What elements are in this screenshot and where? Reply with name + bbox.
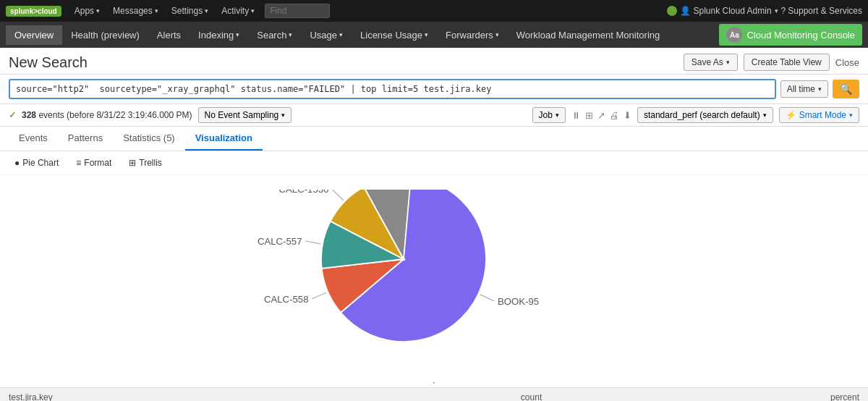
find-container [265,4,330,18]
result-tabs: Events Patterns Statistics (5) Visualiza… [0,127,868,151]
license-chevron-icon: ▾ [425,31,428,38]
time-chevron-icon: ▾ [818,85,822,93]
chart-area: BOOK-95CALC-558CALC-557CALC-1536CALC-153… [0,175,868,378]
create-table-view-button[interactable]: Create Table View [744,54,830,71]
svg-line-4 [305,241,320,244]
pie-chart-container: BOOK-95CALC-558CALC-557CALC-1536CALC-153… [253,190,615,363]
apps-chevron-icon: ▾ [96,7,100,14]
nav-overview[interactable]: Overview [6,25,62,45]
smart-mode-button[interactable]: ⚡ Smart Mode ▾ [779,107,859,123]
trellis-button[interactable]: ⊞ Trellis [123,156,168,170]
trellis-icon: ⊞ [129,158,136,168]
status-icons: ⏸ ⊞ ↗ 🖨 ⬇ [571,110,631,121]
cloud-console-button[interactable]: Aa Cloud Monitoring Console [719,24,862,46]
second-navigation: Overview Health (preview) Alerts Indexin… [0,22,868,48]
status-right: Job ▾ ⏸ ⊞ ↗ 🖨 ⬇ standard_perf (search de… [532,107,859,123]
save-as-button[interactable]: Save As ▾ [684,54,738,71]
logo-text: splunk>cloud [6,6,61,17]
indexing-chevron-icon: ▾ [236,31,239,38]
pie-chart-icon: ● [14,158,20,168]
search-input[interactable] [9,79,776,99]
search-icon: 🔍 [840,83,852,95]
user-info[interactable]: 👤 Splunk Cloud Admin ▾ [680,6,778,16]
search-chevron-icon: ▾ [289,31,292,38]
time-range-picker[interactable]: All time ▾ [780,80,828,98]
pie-chart-svg: BOOK-95CALC-558CALC-557CALC-1536CALC-153… [253,190,615,363]
check-icon: ✓ [9,110,16,120]
smart-mode-icon: ⚡ [786,110,796,120]
scroll-indicator: • [0,378,868,387]
user-chevron-icon: ▾ [775,7,778,14]
nav-search[interactable]: Search ▾ [248,25,301,45]
usage-chevron-icon: ▾ [339,31,343,38]
search-bar: All time ▾ 🔍 [0,75,868,104]
nav-forwarders[interactable]: Forwarders ▾ [437,25,508,45]
top-nav-right: 👤 Splunk Cloud Admin ▾ ? Support & Servi… [667,6,862,16]
activity-chevron-icon: ▾ [251,7,255,14]
svg-text:CALC-1536: CALC-1536 [278,190,328,195]
job-chevron-icon: ▾ [556,111,559,119]
pause-icon[interactable]: ⏸ [571,110,581,121]
perf-chevron-icon: ▾ [763,111,767,119]
nav-indexing[interactable]: Indexing ▾ [190,25,248,45]
smart-mode-chevron-icon: ▾ [849,111,853,119]
activity-menu[interactable]: Activity ▾ [216,3,260,19]
svg-text:BOOK-95: BOOK-95 [498,296,539,307]
page-actions: Save As ▾ Create Table View Close [684,54,859,71]
tab-events[interactable]: Events [9,127,58,151]
col-header-key: test.jira.key [0,388,341,402]
nav-alerts[interactable]: Alerts [148,25,190,45]
page-header: New Search Save As ▾ Create Table View C… [0,48,868,75]
user-icon: 👤 [680,6,691,16]
svg-text:CALC-557: CALC-557 [258,236,302,247]
splunk-logo[interactable]: splunk>cloud [6,6,61,17]
search-button[interactable]: 🔍 [833,80,859,98]
viz-toolbar: ● Pie Chart ≡ Format ⊞ Trellis [0,151,868,175]
results-table: test.jira.key count percent BOOK-95 54 1… [0,387,868,401]
status-bar: ✓ 328 events (before 8/31/22 3:19:46.000… [0,104,868,127]
format-button[interactable]: ≡ Format [70,156,117,170]
support-link[interactable]: ? Support & Services [781,6,862,16]
nav-workload[interactable]: Workload Management Monitoring [508,25,668,45]
col-header-count: count [341,388,550,402]
svg-line-6 [332,190,343,200]
share-icon[interactable]: ↗ [597,110,605,121]
nav-usage[interactable]: Usage ▾ [301,25,352,45]
pie-chart-button[interactable]: ● Pie Chart [9,156,64,170]
console-avatar: Aa [726,27,742,43]
tab-visualization[interactable]: Visualization [185,127,263,151]
no-sampling-button[interactable]: No Event Sampling ▾ [198,107,292,123]
forwarders-chevron-icon: ▾ [495,31,499,38]
download-icon[interactable]: ⬇ [624,110,631,121]
messages-chevron-icon: ▾ [155,7,158,14]
apps-menu[interactable]: Apps ▾ [69,3,106,19]
tab-patterns[interactable]: Patterns [58,127,113,151]
print-icon[interactable]: 🖨 [610,110,619,121]
perf-button[interactable]: standard_perf (search default) ▾ [637,107,773,123]
nav-health[interactable]: Health (preview) [62,25,148,45]
close-button[interactable]: Close [835,57,859,68]
nav-license-usage[interactable]: License Usage ▾ [352,25,437,45]
job-button[interactable]: Job ▾ [532,107,566,123]
svg-text:CALC-558: CALC-558 [264,294,309,305]
settings-chevron-icon: ▾ [205,7,208,14]
grid-icon[interactable]: ⊞ [585,110,593,121]
status-indicator [667,6,677,16]
sampling-chevron-icon: ▾ [281,111,285,119]
save-chevron-icon: ▾ [726,59,730,66]
events-count: 328 events (before 8/31/22 3:19:46.000 P… [22,110,192,120]
support-icon: ? [781,6,786,16]
svg-line-0 [480,295,495,301]
settings-menu[interactable]: Settings ▾ [166,3,214,19]
format-icon: ≡ [76,158,81,168]
tab-statistics[interactable]: Statistics (5) [113,127,185,151]
page-title: New Search [9,54,684,71]
table-header-row: test.jira.key count percent [0,388,868,402]
svg-line-2 [312,292,326,299]
messages-menu[interactable]: Messages ▾ [107,3,164,19]
second-nav-right: Aa Cloud Monitoring Console [719,24,862,46]
find-input[interactable] [265,4,330,18]
col-header-percent: percent [550,388,868,402]
top-navigation: splunk>cloud Apps ▾ Messages ▾ Settings … [0,0,868,22]
